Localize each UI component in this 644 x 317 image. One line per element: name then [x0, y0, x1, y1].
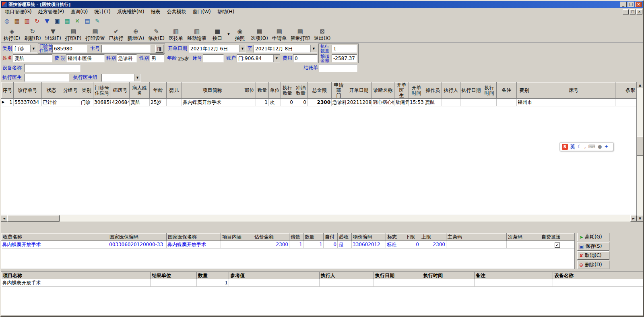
exec-doctor-group-select[interactable]: ▼ [101, 74, 141, 82]
menu-item-0[interactable]: 项目管理(G) [2, 8, 35, 16]
calendar-icon[interactable]: ▦ [12, 17, 21, 25]
settle-sheet-input[interactable] [319, 64, 357, 72]
order-grid-cell[interactable]: ▶1 [2, 99, 14, 106]
charge-grid-cell[interactable]: 003306020120000-33 [108, 241, 167, 249]
order-date-from-select[interactable]: 2021年12月 6日 ▼ [189, 45, 246, 53]
menu-item-5[interactable]: 报表 [148, 8, 164, 16]
order-grid-header-17[interactable]: 申请部 门 [332, 83, 346, 99]
charge-grid-header-5[interactable]: 倍数 [289, 234, 303, 241]
card-reader-button[interactable]: ◨ [155, 45, 163, 53]
order-grid-header-25[interactable]: 执行 时间 [482, 83, 497, 99]
charge-grid-cell[interactable]: 0 [324, 241, 338, 249]
charge-grid-cell[interactable]: 鼻内蝶窦开放手术 [167, 241, 221, 249]
result-grid-header-1[interactable]: 结果单位 [151, 272, 197, 279]
withhold-input[interactable] [332, 54, 357, 62]
order-grid-header-28[interactable]: 床号 [532, 83, 615, 99]
charge-grid-header-11[interactable]: 下限 [404, 234, 420, 241]
menu-item-8[interactable]: 帮助(H) [214, 8, 237, 16]
save-button[interactable]: ▣保存(S) [577, 242, 609, 251]
moon-icon[interactable]: ☾ [578, 144, 582, 149]
print-button[interactable]: ▤打印(P) [63, 27, 84, 42]
charge-grid-header-14[interactable]: 次条码 [507, 234, 540, 241]
charge-grid-header-9[interactable]: 物价编码 [352, 234, 386, 241]
order-grid-header-26[interactable]: 备注 [497, 83, 517, 99]
result-grid-cell[interactable] [553, 279, 644, 287]
orders-grid[interactable]: 序号诊疗单号状态分组号类别门诊号 住院号病历号病人姓名年龄婴儿项目简称部位数量单… [1, 82, 637, 215]
order-grid-header-13[interactable]: 单位 [269, 83, 281, 99]
menu-item-2[interactable]: 查询(Q) [67, 8, 91, 16]
refresh-icon[interactable]: ↻ [33, 17, 41, 25]
mdi-close-button[interactable]: × [636, 9, 642, 15]
order-grid-header-6[interactable]: 病历号 [111, 83, 130, 99]
order-grid-header-5[interactable]: 门诊号 住院号 [93, 83, 111, 99]
order-grid-cell[interactable] [442, 99, 460, 106]
search-icon[interactable]: ◎ [2, 17, 11, 25]
result-grid-header-8[interactable]: 设备名称 [553, 272, 644, 279]
order-grid-header-24[interactable]: 执行日期 [460, 83, 482, 99]
mdi-minimize-button[interactable]: – [623, 9, 629, 15]
executed-button[interactable]: ✔已执行 [107, 27, 126, 42]
order-grid-cell[interactable] [167, 99, 182, 106]
order-grid-header-21[interactable]: 开单 时间 [409, 83, 424, 99]
chevron-down-icon[interactable]: ▼ [310, 45, 317, 52]
order-grid-cell[interactable]: 冠心病心绞 [372, 99, 394, 106]
modify-button[interactable]: ✎修改(E) [146, 27, 167, 42]
interface-dropdown-arrow[interactable]: ▼ [226, 27, 231, 42]
ime-logo-icon[interactable]: S [562, 144, 568, 150]
charge-grid-row[interactable]: 鼻内蝶窦开放手术003306020120000-33鼻内蝶窦开放手术230011… [2, 241, 575, 249]
execute-button[interactable]: ◈执行(E) [2, 27, 22, 42]
filter-button[interactable]: ▼过滤(F) [43, 27, 63, 42]
charge-grid-header-4[interactable]: 估价金额 [253, 234, 289, 241]
vscroll-thumb[interactable] [637, 137, 643, 156]
medtech-sheet-button[interactable]: ▥医技单 [167, 27, 185, 42]
result-grid-cell[interactable] [475, 279, 553, 287]
order-grid-header-1[interactable]: 诊疗单号 [14, 83, 42, 99]
order-grid-cell[interactable]: 306859 [93, 99, 111, 106]
result-grid-cell[interactable] [229, 279, 320, 287]
order-grid-cell[interactable]: 15:53 [409, 99, 424, 106]
chart-icon[interactable]: ▥ [23, 17, 31, 25]
patient-name-input[interactable] [13, 54, 52, 62]
scroll-up-button[interactable]: ▲ [637, 82, 643, 88]
close-button[interactable]: × [635, 2, 642, 7]
result-grid-cell[interactable] [374, 279, 422, 287]
order-grid-cell[interactable]: 55337034 [14, 99, 42, 106]
exec-doctor-input[interactable] [24, 74, 69, 82]
chevron-down-icon[interactable]: ▼ [30, 45, 37, 52]
order-grid-cell[interactable]: 鼻内蝶窦开放手术 [182, 99, 243, 106]
minimize-button[interactable]: _ [620, 2, 627, 7]
gender-input[interactable] [150, 54, 164, 62]
order-grid-header-29[interactable]: 条形 [615, 83, 637, 99]
order-grid-cell[interactable] [482, 99, 497, 106]
vscroll-track[interactable] [637, 156, 643, 215]
chevron-down-icon[interactable]: ▼ [239, 45, 246, 52]
result-grid-header-5[interactable]: 执行日期 [374, 272, 422, 279]
order-grid-header-2[interactable]: 状态 [42, 83, 61, 99]
refresh-button[interactable]: ↻刷新(R) [22, 27, 43, 42]
orders-grid-vscrollbar[interactable]: ▲ ▼ [637, 82, 643, 222]
order-grid-header-11[interactable]: 部位 [243, 83, 256, 99]
charge-grid-cell[interactable]: ✓ [540, 241, 575, 249]
punctuation-icon[interactable]: , [584, 144, 586, 149]
maximize-button[interactable]: □ [627, 2, 634, 7]
result-grid-row[interactable]: 鼻内蝶窦开放手术1 [2, 279, 644, 287]
order-grid-header-0[interactable]: 序号 [2, 83, 14, 99]
menu-item-6[interactable]: 公共模块 [164, 8, 190, 16]
monitor-icon[interactable]: ▣ [53, 17, 62, 25]
keyboard-icon[interactable]: ⌨ [588, 144, 595, 149]
self-pay-send-checkbox[interactable]: ✓ [555, 242, 560, 248]
result-grid-header-4[interactable]: 执行人 [320, 272, 374, 279]
order-grid-cell[interactable]: 2300 [308, 99, 332, 106]
interface-button[interactable]: ■接口 [208, 27, 226, 42]
charge-grid-header-2[interactable]: 国家医保名称 [167, 234, 221, 241]
order-grid-row[interactable]: ▶155337034已计价门诊306859420684龚航25岁鼻内蝶窦开放手术… [2, 99, 637, 106]
scroll-right-button[interactable]: ► [630, 215, 637, 222]
charge-grid-header-10[interactable]: 标志 [386, 234, 404, 241]
category-select[interactable]: 门诊 ▼ [13, 45, 37, 53]
orders-grid-hscrollbar[interactable]: ◄ ► [1, 215, 637, 222]
export-icon[interactable]: ✕ [73, 17, 82, 25]
photo-button[interactable]: ◉拍照 [231, 27, 249, 42]
order-grid-header-15[interactable]: 冲消 数量 [294, 83, 308, 99]
menu-item-3[interactable]: 统计(T) [91, 8, 114, 16]
result-grid-header-3[interactable]: 参考值 [229, 272, 320, 279]
